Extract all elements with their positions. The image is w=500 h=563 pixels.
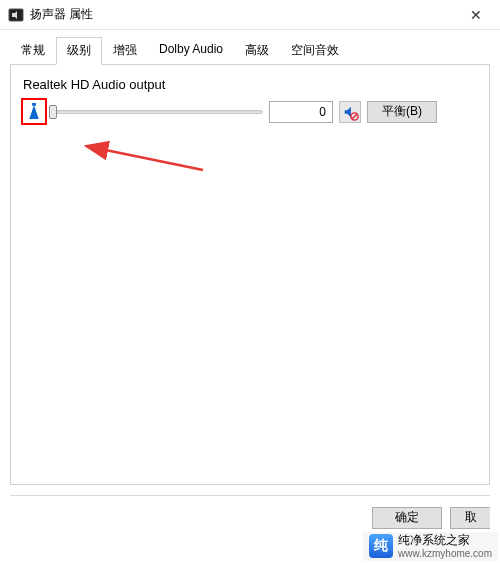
slider-track [53,110,263,114]
close-button[interactable]: ✕ [456,0,496,30]
dialog-content: 常规 级别 增强 Dolby Audio 高级 空间音效 Realtek HD … [0,30,500,485]
tab-dolby[interactable]: Dolby Audio [148,37,234,65]
tab-spatial[interactable]: 空间音效 [280,37,350,65]
volume-slider[interactable] [53,104,263,120]
level-row: 0 平衡(B) [21,98,479,125]
speaker-app-icon [8,7,24,23]
tab-bar: 常规 级别 增强 Dolby Audio 高级 空间音效 [10,36,490,65]
slider-thumb[interactable] [49,105,57,119]
no-entry-icon [350,112,359,121]
svg-rect-3 [32,103,36,106]
dialog-buttons: 确定 取 [10,495,490,531]
volume-value[interactable]: 0 [269,101,333,123]
watermark: 纯 纯净系统之家 www.kzmyhome.com [363,532,498,561]
svg-marker-2 [29,105,38,119]
ok-button[interactable]: 确定 [372,507,442,529]
balance-button[interactable]: 平衡(B) [367,101,437,123]
speaker-icon [27,103,41,120]
watermark-name: 纯净系统之家 [398,534,492,548]
tab-levels[interactable]: 级别 [56,37,102,65]
tab-general[interactable]: 常规 [10,37,56,65]
titlebar: 扬声器 属性 ✕ [0,0,500,30]
tab-enhance[interactable]: 增强 [102,37,148,65]
levels-panel: Realtek HD Audio output 0 [10,65,490,485]
device-label: Realtek HD Audio output [23,77,479,92]
svg-line-6 [352,114,357,119]
watermark-logo: 纯 [369,534,393,558]
mute-button[interactable] [339,101,361,123]
close-icon: ✕ [470,7,482,23]
window-title: 扬声器 属性 [30,6,456,23]
watermark-url: www.kzmyhome.com [398,548,492,560]
cancel-button[interactable]: 取 [450,507,490,529]
annotation-highlight [21,98,47,125]
tab-advanced[interactable]: 高级 [234,37,280,65]
